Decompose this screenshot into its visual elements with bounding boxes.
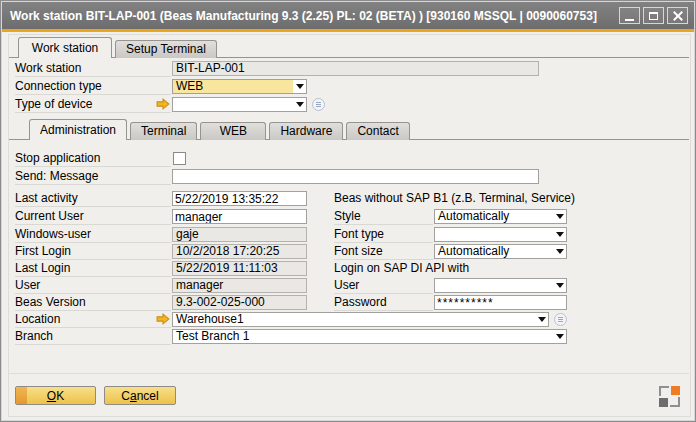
location-label: Location [15, 312, 171, 328]
cancel-button-label: Cancel [121, 389, 158, 403]
font-type-combo[interactable] [434, 227, 567, 242]
stop-application-label: Stop application [15, 151, 171, 167]
resize-corner-tr [671, 386, 680, 395]
beas-version-label: Beas Version [15, 295, 171, 311]
location-combo[interactable]: Warehouse1 [172, 312, 549, 327]
style-value: Automatically [435, 210, 553, 223]
last-activity-input[interactable] [172, 191, 307, 206]
value-list-icon[interactable] [312, 98, 325, 111]
value-list-icon[interactable] [554, 313, 567, 326]
current-user-label: Current User [15, 209, 171, 225]
di-user-combo[interactable] [434, 278, 567, 293]
send-message-label: Send: Message [15, 169, 171, 185]
windows-user-field: gaje [172, 227, 307, 242]
beas-without-sap-header: Beas without SAP B1 (z.B. Terminal, Serv… [334, 191, 566, 207]
minimize-button[interactable] [619, 7, 640, 24]
workstation-dialog: Work station BIT-LAP-001 (Beas Manufactu… [0, 0, 696, 422]
close-button[interactable] [667, 7, 688, 24]
tab-hardware[interactable]: Hardware [269, 122, 343, 140]
dropdown-arrow-icon[interactable] [293, 80, 306, 93]
current-user-input[interactable] [172, 209, 307, 224]
link-arrow-icon[interactable] [156, 98, 170, 110]
type-of-device-combo[interactable] [172, 97, 307, 112]
tab-setup-terminal[interactable]: Setup Terminal [115, 40, 217, 58]
resize-corner-bl [659, 398, 668, 407]
resize-corner-tl [659, 386, 669, 396]
type-of-device-label: Type of device [15, 97, 171, 113]
workstation-label: Work station [15, 61, 171, 77]
dropdown-arrow-icon[interactable] [553, 228, 566, 241]
sub-tabs: Administration Terminal WEB Hardware Con… [29, 119, 413, 140]
last-activity-label: Last activity [15, 191, 171, 207]
resize-corner-br [670, 397, 680, 407]
user-field: manager [172, 278, 307, 293]
window-title: Work station BIT-LAP-001 (Beas Manufactu… [2, 9, 597, 23]
active-window-accent-bar [2, 29, 694, 32]
connection-type-label: Connection type [15, 79, 171, 95]
tab-terminal[interactable]: Terminal [130, 122, 197, 140]
content-footer-divider [8, 373, 689, 374]
main-tabs: Work station Setup Terminal [18, 37, 220, 58]
font-type-label: Font type [334, 227, 433, 243]
login-di-api-header: Login on SAP DI API with [334, 261, 566, 277]
dropdown-arrow-icon[interactable] [535, 313, 548, 326]
password-input[interactable] [434, 295, 567, 310]
dropdown-arrow-icon[interactable] [553, 245, 566, 258]
font-type-value [435, 228, 553, 241]
window-controls [619, 7, 688, 24]
close-icon [673, 11, 683, 21]
dropdown-arrow-icon[interactable] [553, 279, 566, 292]
font-size-label: Font size [334, 244, 433, 260]
maximize-button[interactable] [643, 7, 664, 24]
user-label: User [15, 278, 171, 294]
title-bar[interactable]: Work station BIT-LAP-001 (Beas Manufactu… [2, 2, 694, 29]
last-login-field: 5/22/2019 11:11:03 [172, 261, 307, 276]
connection-type-value: WEB [173, 80, 293, 93]
password-label: Password [334, 295, 433, 311]
branch-combo[interactable]: Test Branch 1 [172, 329, 567, 344]
style-label: Style [334, 209, 433, 225]
font-size-combo[interactable]: Automatically [434, 244, 567, 259]
default-button-accent [16, 387, 27, 404]
link-arrow-icon[interactable] [156, 313, 170, 325]
first-login-field: 10/2/2018 17:20:25 [172, 244, 307, 259]
last-login-label: Last Login [15, 261, 171, 277]
type-of-device-value [173, 98, 293, 111]
first-login-label: First Login [15, 244, 171, 260]
send-message-input[interactable] [172, 169, 539, 184]
maximize-icon [649, 12, 658, 20]
tab-web[interactable]: WEB [200, 122, 266, 140]
windows-user-label: Windows-user [15, 227, 171, 243]
dropdown-arrow-icon[interactable] [553, 330, 566, 343]
minimize-icon [625, 19, 634, 21]
beas-version-field: 9.3-002-025-000 [172, 295, 307, 310]
di-user-value [435, 279, 553, 292]
workstation-value-field: BIT-LAP-001 [172, 61, 539, 76]
dropdown-arrow-icon[interactable] [553, 210, 566, 223]
font-size-value: Automatically [435, 245, 553, 258]
branch-value: Test Branch 1 [173, 330, 553, 343]
tab-contact[interactable]: Contact [346, 122, 409, 140]
branch-label: Branch [15, 329, 171, 345]
tab-work-station[interactable]: Work station [18, 37, 112, 58]
dropdown-arrow-icon[interactable] [293, 98, 306, 111]
tab-administration[interactable]: Administration [29, 119, 127, 140]
ok-button-label: OK [47, 389, 64, 403]
location-value: Warehouse1 [173, 313, 535, 326]
resize-corner-icon[interactable] [659, 386, 680, 407]
stop-application-checkbox[interactable] [173, 152, 186, 165]
connection-type-combo[interactable]: WEB [172, 79, 307, 94]
ok-button[interactable]: OK [15, 386, 96, 405]
cancel-button[interactable]: Cancel [104, 386, 176, 405]
style-combo[interactable]: Automatically [434, 209, 567, 224]
di-user-label: User [334, 278, 433, 294]
